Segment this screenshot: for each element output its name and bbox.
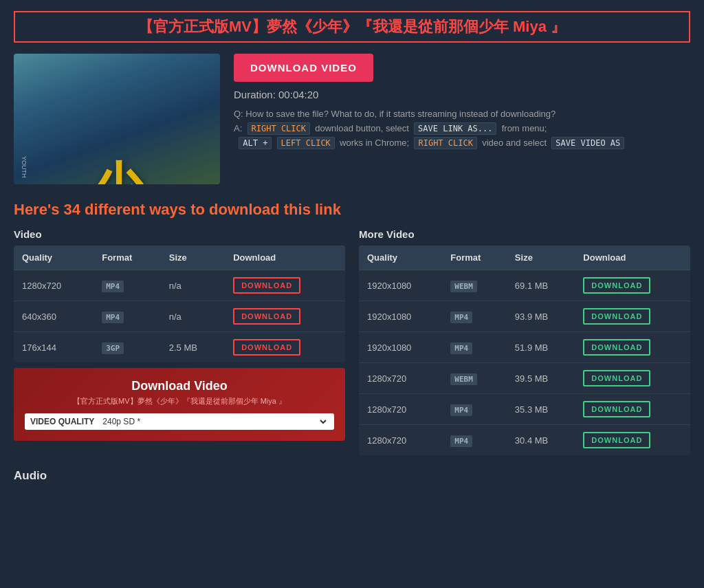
cell-quality: 176x144 xyxy=(14,332,94,363)
table-row: 1920x1080 WEBM 69.1 MB DOWNLOAD xyxy=(359,270,690,301)
page-title: 【官方正式版MV】夢然《少年》『我還是從前那個少年 Miya 』 xyxy=(14,11,690,43)
more-video-table: Quality Format Size Download 1920x1080 W… xyxy=(359,246,690,455)
more-video-column: More Video Quality Format Size Download … xyxy=(359,228,690,455)
right-click-badge: RIGHT CLICK xyxy=(248,122,310,135)
th-size-more: Size xyxy=(507,246,575,270)
download-button[interactable]: DOWNLOAD xyxy=(583,370,650,386)
video-thumbnail: 少 YOUTH xyxy=(14,54,220,184)
video-table: Quality Format Size Download 1280x720 MP… xyxy=(14,246,345,362)
th-format-more: Format xyxy=(442,246,507,270)
cell-size: n/a xyxy=(161,270,225,301)
th-download-video: Download xyxy=(225,246,345,270)
th-quality-video: Quality xyxy=(14,246,94,270)
cell-quality: 1280x720 xyxy=(14,270,94,301)
left-click-badge: LEFT CLICK xyxy=(277,137,335,149)
download-button[interactable]: DOWNLOAD xyxy=(583,401,650,417)
download-button[interactable]: DOWNLOAD xyxy=(233,339,300,356)
cell-quality: 1920x1080 xyxy=(359,270,442,301)
cell-size: n/a xyxy=(161,301,225,332)
cell-size: 93.9 MB xyxy=(507,301,575,332)
ways-heading: Here's 34 different ways to download thi… xyxy=(14,201,690,219)
cell-format: MP4 xyxy=(442,301,507,332)
embed-widget-subtitle: 【官方正式版MV】夢然《少年》『我還是從前那個少年 Miya 』 xyxy=(25,396,334,406)
help-chrome: works in Chrome; xyxy=(340,138,409,148)
save-link-badge: SAVE LINK AS... xyxy=(414,122,496,135)
cell-format: MP4 xyxy=(442,332,507,363)
alt-badge: ALT + xyxy=(239,137,272,149)
cell-quality: 1920x1080 xyxy=(359,332,442,363)
help-a-end: from menu; xyxy=(502,123,547,133)
help-a-prefix: A: xyxy=(234,123,242,133)
th-size-video: Size xyxy=(161,246,225,270)
download-video-button[interactable]: DOWNLOAD VIDEO xyxy=(234,54,373,82)
cell-format: MP4 xyxy=(442,425,507,456)
th-format-video: Format xyxy=(94,246,161,270)
more-video-section-title: More Video xyxy=(359,228,690,240)
cell-download: DOWNLOAD xyxy=(575,363,690,394)
cell-format: MP4 xyxy=(442,394,507,425)
cell-size: 69.1 MB xyxy=(507,270,575,301)
cell-format: 3GP xyxy=(94,332,161,363)
cell-download: DOWNLOAD xyxy=(225,332,345,363)
th-quality-more: Quality xyxy=(359,246,442,270)
download-button[interactable]: DOWNLOAD xyxy=(583,308,650,325)
help-text: Q: How to save the file? What to do, if … xyxy=(234,107,690,150)
cell-size: 30.4 MB xyxy=(507,425,575,456)
quality-select[interactable]: 240p SD *360p SD480p SD720p HD1080p HD xyxy=(100,416,329,427)
cell-download: DOWNLOAD xyxy=(575,394,690,425)
cell-download: DOWNLOAD xyxy=(575,332,690,363)
right-click-badge2: RIGHT CLICK xyxy=(414,137,476,149)
cell-format: WEBM xyxy=(442,270,507,301)
help-video: video and select xyxy=(482,138,547,148)
table-row: 1920x1080 MP4 93.9 MB DOWNLOAD xyxy=(359,301,690,332)
cell-size: 51.9 MB xyxy=(507,332,575,363)
cell-quality: 1280x720 xyxy=(359,394,442,425)
download-button[interactable]: DOWNLOAD xyxy=(233,277,300,294)
cell-quality: 1280x720 xyxy=(359,425,442,456)
cell-size: 2.5 MB xyxy=(161,332,225,363)
cell-download: DOWNLOAD xyxy=(575,425,690,456)
embed-widget-title: Download Video xyxy=(25,379,334,393)
cell-size: 35.3 MB xyxy=(507,394,575,425)
cell-size: 39.5 MB xyxy=(507,363,575,394)
help-a-mid: download button, select xyxy=(315,123,409,133)
thumbnail-sub: YOUTH xyxy=(21,156,28,178)
duration-text: Duration: 00:04:20 xyxy=(234,89,690,100)
cell-quality: 1280x720 xyxy=(359,363,442,394)
cell-format: MP4 xyxy=(94,270,161,301)
audio-section-title: Audio xyxy=(14,469,690,483)
download-button[interactable]: DOWNLOAD xyxy=(583,277,650,294)
cell-download: DOWNLOAD xyxy=(225,301,345,332)
table-row: 176x144 3GP 2.5 MB DOWNLOAD xyxy=(14,332,345,363)
download-button[interactable]: DOWNLOAD xyxy=(583,432,650,448)
th-download-more: Download xyxy=(575,246,690,270)
cell-quality: 1920x1080 xyxy=(359,301,442,332)
cell-download: DOWNLOAD xyxy=(225,270,345,301)
cell-format: WEBM xyxy=(442,363,507,394)
cell-download: DOWNLOAD xyxy=(575,270,690,301)
table-row: 1280x720 MP4 35.3 MB DOWNLOAD xyxy=(359,394,690,425)
embed-widget: Download Video 【官方正式版MV】夢然《少年》『我還是從前那個少年… xyxy=(14,368,345,441)
cell-download: DOWNLOAD xyxy=(575,301,690,332)
table-row: 1920x1080 MP4 51.9 MB DOWNLOAD xyxy=(359,332,690,363)
download-button[interactable]: DOWNLOAD xyxy=(233,308,300,325)
table-row: 1280x720 WEBM 39.5 MB DOWNLOAD xyxy=(359,363,690,394)
cell-quality: 640x360 xyxy=(14,301,94,332)
quality-label: VIDEO QUALITY xyxy=(30,417,94,426)
cell-format: MP4 xyxy=(94,301,161,332)
video-column: Video Quality Format Size Download 1280x… xyxy=(14,228,345,455)
table-row: 640x360 MP4 n/a DOWNLOAD xyxy=(14,301,345,332)
download-button[interactable]: DOWNLOAD xyxy=(583,339,650,356)
table-row: 1280x720 MP4 30.4 MB DOWNLOAD xyxy=(359,425,690,456)
video-section-title: Video xyxy=(14,228,345,240)
table-row: 1280x720 MP4 n/a DOWNLOAD xyxy=(14,270,345,301)
save-video-badge: SAVE VIDEO AS xyxy=(551,137,624,149)
